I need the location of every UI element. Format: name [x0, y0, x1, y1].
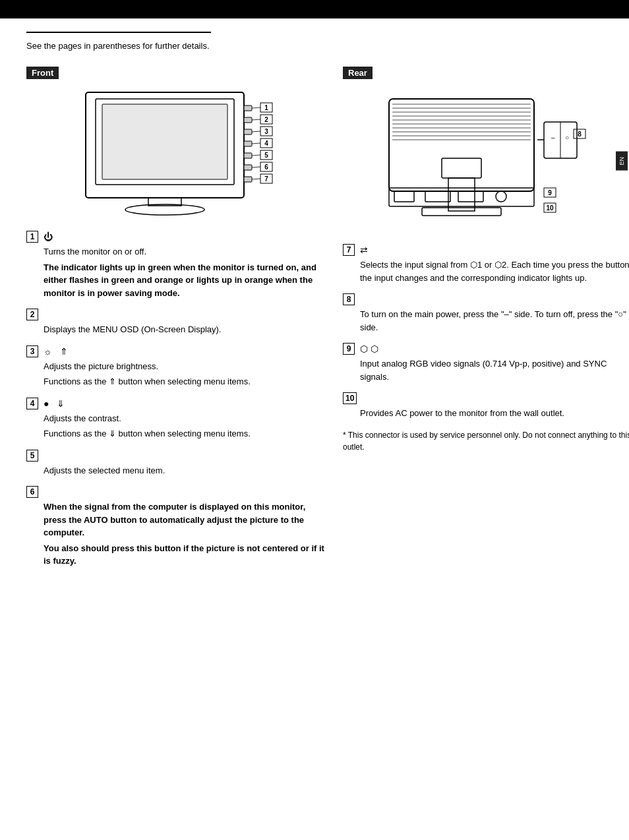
- item-8-num: 8: [343, 293, 355, 305]
- top-bar: [0, 0, 629, 18]
- item-5-body: Adjusts the selected menu item.: [26, 464, 330, 477]
- svg-text:9: 9: [548, 189, 552, 196]
- item-1: 1 ⏻ Turns the monitor on or off. The ind…: [26, 231, 330, 299]
- item-2-body: Displays the MENU OSD (On-Screen Display…: [26, 323, 330, 336]
- item-7-num: 7: [343, 244, 355, 256]
- svg-rect-10: [244, 165, 252, 170]
- svg-text:8: 8: [578, 131, 582, 138]
- svg-rect-44: [442, 158, 481, 178]
- item-6-num: 6: [26, 486, 38, 498]
- svg-line-27: [252, 119, 260, 120]
- svg-line-29: [252, 143, 260, 144]
- svg-text:10: 10: [546, 204, 554, 212]
- svg-line-30: [252, 155, 260, 156]
- svg-rect-33: [389, 99, 534, 191]
- item-4: 4 ● ⇓ Adjusts the contrast. Functions as…: [26, 398, 330, 440]
- item-3-icon: ☼ ⇑: [44, 346, 68, 357]
- section-rule: [26, 32, 211, 33]
- item-9-num: 9: [343, 343, 355, 355]
- svg-rect-11: [244, 177, 252, 182]
- item-6: 6 When the signal from the computer is d…: [26, 486, 330, 568]
- item-4-body: Adjusts the contrast. Functions as the ⇓…: [26, 412, 330, 440]
- svg-text:7: 7: [264, 175, 268, 183]
- item-7-body: Selects the input signal from ⬡1 or ⬡2. …: [343, 258, 629, 284]
- item-7-icon: ⇄: [360, 245, 368, 255]
- svg-rect-49: [425, 191, 450, 202]
- svg-line-28: [252, 131, 260, 132]
- right-tab: EN: [616, 152, 628, 171]
- svg-rect-6: [244, 117, 252, 123]
- item-3: 3 ☼ ⇑ Adjusts the picture brightness. Fu…: [26, 345, 330, 388]
- item-3-body: Adjusts the picture brightness. Function…: [26, 360, 330, 388]
- item-10-body: Provides AC power to the monitor from th…: [343, 407, 629, 420]
- item-4-num: 4: [26, 398, 38, 409]
- svg-text:1: 1: [264, 104, 268, 111]
- item-5-num: 5: [26, 450, 38, 462]
- item-9-body: Input analog RGB video signals (0.714 Vp…: [343, 357, 629, 383]
- item-1-body: Turns the monitor on or off. The indicat…: [26, 245, 330, 299]
- item-10-num: 10: [343, 392, 357, 404]
- note: * This connector is used by service pers…: [343, 429, 629, 453]
- svg-text:6: 6: [264, 164, 268, 171]
- svg-text:3: 3: [264, 128, 268, 135]
- svg-rect-2: [102, 104, 227, 179]
- item-2-num: 2: [26, 309, 38, 320]
- item-5: 5 Adjusts the selected menu item.: [26, 450, 330, 477]
- svg-rect-50: [458, 191, 483, 202]
- item-9: 9 ⬡ ⬡ Input analog RGB video signals (0.…: [343, 343, 629, 383]
- svg-rect-9: [244, 153, 252, 158]
- svg-point-51: [496, 191, 506, 202]
- item-7: 7 ⇄ Selects the input signal from ⬡1 or …: [343, 244, 629, 284]
- item-8-body: To turn on the main power, press the "–"…: [343, 308, 629, 334]
- svg-rect-8: [244, 141, 252, 146]
- item-6-body: When the signal from the computer is dis…: [26, 500, 330, 568]
- front-label: Front: [26, 67, 59, 79]
- item-1-num: 1: [26, 231, 38, 243]
- item-9-icon: ⬡ ⬡: [360, 344, 378, 354]
- svg-rect-5: [244, 105, 252, 111]
- svg-rect-7: [244, 129, 252, 135]
- item-10: 10 Provides AC power to the monitor from…: [343, 392, 629, 420]
- rear-diagram: – ○ 8 9 10 EN: [369, 86, 607, 231]
- svg-line-31: [252, 167, 260, 167]
- item-1-icon: ⏻: [44, 231, 53, 242]
- svg-text:2: 2: [264, 116, 268, 123]
- svg-text:○: ○: [565, 134, 569, 141]
- svg-rect-48: [394, 191, 414, 202]
- svg-line-26: [252, 107, 260, 108]
- intro-text: See the pages in parentheses for further…: [26, 41, 603, 51]
- front-diagram: 1 2 3 4 5 6: [73, 86, 284, 218]
- item-4-icon: ● ⇓: [44, 398, 65, 409]
- rear-label: Rear: [343, 67, 373, 79]
- item-2: 2 Displays the MENU OSD (On-Screen Displ…: [26, 309, 330, 336]
- svg-text:5: 5: [264, 152, 268, 159]
- svg-text:–: –: [551, 134, 555, 141]
- svg-rect-46: [422, 208, 501, 216]
- rear-column: Rear: [330, 67, 629, 577]
- main-columns: Front: [26, 67, 603, 577]
- item-3-num: 3: [26, 345, 38, 357]
- svg-text:4: 4: [264, 140, 268, 147]
- front-column: Front: [26, 67, 330, 577]
- item-8: 8 To turn on the main power, press the "…: [343, 293, 629, 334]
- svg-line-32: [252, 179, 260, 179]
